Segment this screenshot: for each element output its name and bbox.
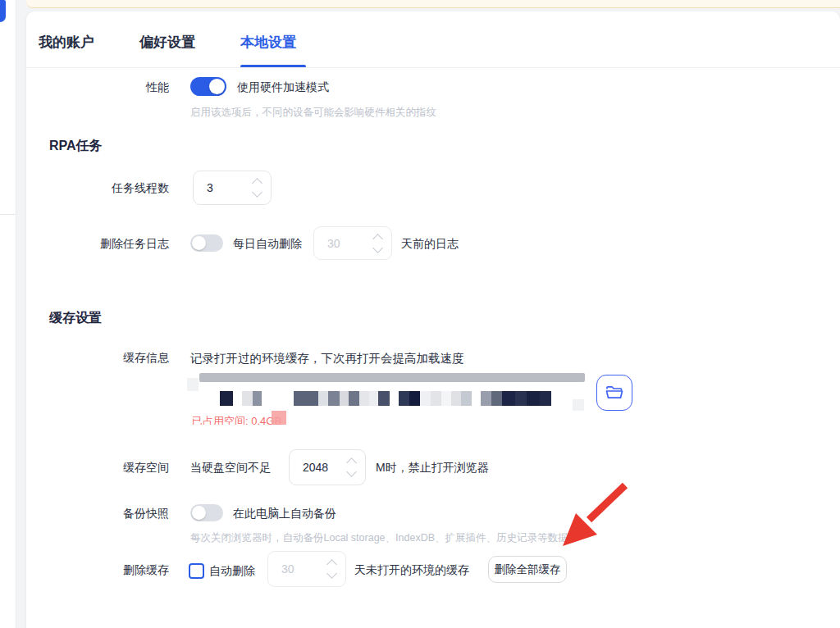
redacted-block: [369, 391, 378, 406]
redacted-block: [253, 391, 262, 406]
redacted-block: [359, 391, 369, 406]
redacted-path-bar: [199, 373, 585, 382]
redacted-block: [515, 391, 527, 406]
tab-local-settings[interactable]: 本地设置: [240, 33, 306, 54]
redacted-block: [294, 391, 318, 406]
cache-space-suffix: M时，禁止打开浏览器: [376, 461, 489, 476]
thread-count-stepper[interactable]: [193, 171, 272, 205]
delete-days-stepper: [267, 551, 346, 587]
log-days-stepper: [313, 226, 392, 260]
log-days-suffix: 天前的日志: [401, 237, 459, 252]
stepper-arrows[interactable]: [348, 459, 355, 476]
cache-space-stepper[interactable]: [289, 449, 366, 485]
redacted-block: [420, 391, 431, 406]
tab-preferences[interactable]: 偏好设置: [139, 33, 207, 54]
tabs-divider: [26, 67, 840, 68]
redacted-block: [349, 391, 359, 406]
stepper-arrows: [374, 235, 381, 252]
redacted-block: [242, 391, 253, 406]
local-settings-page: 我的账户 偏好设置 本地设置 性能 使用硬件加速模式 启用该选项后，不同的设备可…: [0, 0, 840, 628]
thread-count-input[interactable]: [207, 171, 247, 204]
rpa-section-heading: RPA任务: [49, 138, 103, 155]
delete-task-log-label: 删除任务日志: [46, 237, 169, 252]
redacted-block: [340, 391, 349, 406]
chevron-down-icon: [326, 568, 337, 579]
cache-space-input[interactable]: [303, 450, 342, 485]
redaction-highlight: [272, 411, 286, 425]
cache-info-label: 缓存信息: [46, 351, 169, 366]
redaction-square: [187, 378, 199, 391]
chevron-down-icon[interactable]: [346, 466, 357, 477]
left-sidebar-sliver: [0, 0, 16, 628]
redacted-block: [461, 391, 472, 406]
redacted-block: [328, 391, 340, 406]
sidebar-logo-fragment: [0, 0, 6, 22]
redacted-block: [451, 391, 461, 406]
redacted-block: [441, 391, 451, 406]
auto-backup-toggle[interactable]: [190, 504, 223, 521]
redacted-block: [502, 391, 515, 406]
redacted-block: [491, 391, 502, 406]
performance-label: 性能: [46, 80, 169, 95]
auto-delete-label: 自动删除: [209, 564, 255, 579]
redacted-block: [378, 391, 390, 406]
backup-snapshot-label: 备份快照: [46, 507, 169, 521]
cache-space-prefix: 当硬盘空间不足: [190, 461, 271, 476]
auto-backup-label: 在此电脑上自动备份: [233, 507, 336, 521]
tab-my-account[interactable]: 我的账户: [39, 33, 111, 54]
cache-space-label: 缓存空间: [46, 461, 169, 476]
auto-delete-checkbox[interactable]: [189, 563, 204, 579]
folder-open-icon: [605, 383, 624, 403]
toggle-knob: [192, 506, 206, 520]
redacted-block: [540, 391, 551, 406]
cache-info-desc: 记录打开过的环境缓存，下次再打开会提高加载速度: [190, 351, 464, 366]
redacted-block: [220, 391, 233, 406]
redacted-text-blocks: [0, 391, 840, 406]
stepper-arrows: [328, 561, 336, 577]
delete-days-suffix: 天未打开的环境的缓存: [354, 563, 469, 578]
chevron-down-icon[interactable]: [252, 187, 262, 198]
delete-all-cache-button[interactable]: 删除全部缓存: [488, 556, 567, 583]
redacted-block: [481, 391, 491, 406]
stepper-arrows[interactable]: [253, 180, 261, 196]
chevron-down-icon: [372, 243, 383, 253]
backup-helper-text: 每次关闭浏览器时，自动备份Local storage、IndexDB、扩展插件、…: [190, 531, 578, 545]
sidebar-divider: [0, 214, 16, 215]
performance-helper-text: 启用该选项后，不同的设备可能会影响硬件相关的指纹: [190, 106, 436, 120]
daily-auto-delete-label: 每日自动删除: [233, 237, 302, 252]
redacted-block: [527, 391, 540, 406]
redacted-block: [399, 391, 409, 406]
toggle-knob: [192, 236, 206, 250]
hardware-acceleration-toggle[interactable]: [190, 77, 226, 96]
daily-auto-delete-toggle[interactable]: [190, 234, 223, 252]
redacted-block: [409, 391, 420, 406]
delete-days-input: [281, 552, 322, 586]
log-days-input: [327, 227, 368, 259]
delete-cache-label: 删除缓存: [46, 563, 169, 578]
notice-banner-remnant: [26, 0, 840, 8]
redacted-block: [431, 391, 441, 406]
redacted-block: [318, 391, 328, 406]
cache-section-heading: 缓存设置: [49, 310, 102, 327]
redaction-square: [573, 399, 584, 411]
hardware-acceleration-label: 使用硬件加速模式: [237, 80, 329, 95]
open-cache-folder-button[interactable]: [596, 375, 632, 411]
toggle-knob: [209, 79, 225, 94]
thread-count-label: 任务线程数: [46, 181, 169, 196]
